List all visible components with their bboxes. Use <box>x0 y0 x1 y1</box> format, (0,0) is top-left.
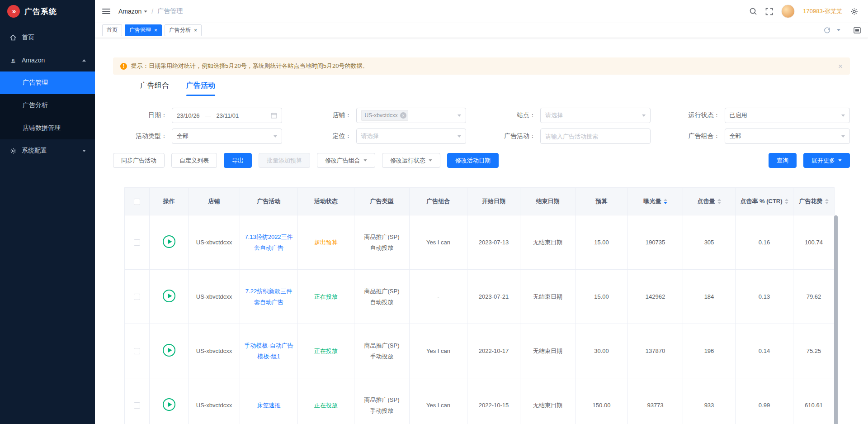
portfolio-select[interactable]: 全部 <box>725 129 850 144</box>
col-clicks[interactable]: 点击量 <box>683 188 736 215</box>
play-button-icon[interactable] <box>162 398 176 411</box>
sort-icon[interactable] <box>825 199 829 204</box>
chevron-down-icon[interactable] <box>837 29 840 31</box>
tag-tab-label: 广告分析 <box>169 26 191 34</box>
username[interactable]: 170983-张某某 <box>803 7 842 15</box>
campaign-link[interactable]: 7.22纺织新款三件套自动广告 <box>244 286 294 307</box>
breadcrumb: Amazon / 广告管理 <box>118 7 183 15</box>
site-select[interactable]: 请选择 <box>540 108 651 123</box>
custom-columns-button[interactable]: 自定义列表 <box>171 153 217 168</box>
export-button[interactable]: 导出 <box>224 153 252 168</box>
cell-end-date: 无结束日期 <box>533 239 562 246</box>
refresh-icon[interactable] <box>824 27 830 33</box>
sidebar-item-amazon[interactable]: a Amazon <box>0 49 95 71</box>
row-checkbox[interactable] <box>134 239 140 246</box>
svg-text:a: a <box>12 57 15 62</box>
status-badge: 正在投放 <box>314 402 338 409</box>
col-spend[interactable]: 广告花费 <box>793 188 835 215</box>
breadcrumb-root[interactable]: Amazon <box>118 8 147 15</box>
close-icon[interactable]: × <box>838 62 843 70</box>
app-title: 广告系统 <box>24 6 57 17</box>
sync-campaign-button[interactable]: 同步广告活动 <box>113 153 165 168</box>
sidebar-item-label: 系统配置 <box>22 147 47 155</box>
cell-portfolio: Yes I can <box>426 348 450 354</box>
tag-tabs-bar: 首页 广告管理 × 广告分析 × <box>95 23 868 38</box>
sort-icon[interactable] <box>785 199 788 204</box>
cell-spend: 100.74 <box>805 239 823 246</box>
page-content: ! 提示：日期采用绝对统计，例如选择5月20号，系统则统计各站点当地时间5月20… <box>95 38 868 424</box>
select-value: 已启用 <box>730 111 747 119</box>
chevron-down-icon <box>642 114 646 117</box>
row-checkbox[interactable] <box>134 402 140 409</box>
screen-frame-icon[interactable] <box>854 27 861 33</box>
select-placeholder: 请选择 <box>361 132 379 140</box>
scrollbar-thumb[interactable] <box>834 215 838 424</box>
tag-tab-ad-analysis[interactable]: 广告分析 × <box>165 24 202 36</box>
sidebar-item-label: 广告分析 <box>23 101 48 110</box>
cell-store: US-xbvctdcxx <box>196 293 232 300</box>
run-status-select[interactable]: 已启用 <box>725 108 850 123</box>
tag-close-icon[interactable]: × <box>400 112 406 119</box>
settings-gear-icon[interactable] <box>850 8 858 15</box>
fullscreen-icon[interactable] <box>765 8 773 15</box>
campaign-type-select[interactable]: 全部 <box>172 129 282 144</box>
play-button-icon[interactable] <box>162 289 176 303</box>
cell-ctr: 0.14 <box>759 348 770 354</box>
cell-impressions: 93773 <box>647 402 663 409</box>
modify-run-status-button[interactable]: 修改运行状态 <box>382 153 440 168</box>
tab-ad-portfolio[interactable]: 广告组合 <box>140 81 169 96</box>
sidebar-item-store-data[interactable]: 店铺数据管理 <box>0 117 95 139</box>
breadcrumb-separator: / <box>151 8 153 15</box>
field-label: 日期： <box>113 111 172 119</box>
sidebar-item-ad-analysis[interactable]: 广告分析 <box>0 94 95 117</box>
campaign-search-input[interactable] <box>545 133 646 140</box>
cell-start-date: 2023-07-13 <box>479 239 509 246</box>
sidebar-item-ad-management[interactable]: 广告管理 <box>0 71 95 94</box>
cell-ctr: 0.13 <box>759 293 770 300</box>
sidebar-item-system-config[interactable]: 系统配置 <box>0 139 95 162</box>
campaign-link[interactable]: 手动模板-自动广告模板-组1 <box>244 340 294 362</box>
modify-date-button[interactable]: 修改活动日期 <box>447 153 499 168</box>
campaign-link[interactable]: 床笠速推 <box>257 400 281 410</box>
cell-impressions: 190735 <box>646 239 665 246</box>
status-badge: 超出预算 <box>314 239 338 246</box>
cell-portfolio: Yes I can <box>426 239 450 246</box>
sidebar-item-home[interactable]: 首页 <box>0 26 95 49</box>
col-ctr[interactable]: 点击率 % (CTR) <box>736 188 793 215</box>
targeting-select[interactable]: 请选择 <box>356 129 467 144</box>
tag-tab-ad-management[interactable]: 广告管理 × <box>125 24 162 36</box>
cell-clicks: 305 <box>704 239 714 246</box>
play-button-icon[interactable] <box>162 235 176 248</box>
batch-budget-button[interactable]: 批量添加预算 <box>259 153 310 168</box>
cell-store: US-xbvctdcxx <box>196 348 232 354</box>
expand-more-button[interactable]: 展开更多 <box>803 153 850 168</box>
sidebar-item-label: 店铺数据管理 <box>23 124 61 132</box>
campaign-link[interactable]: 7.13轻纺2022三件套自动广告 <box>244 232 294 253</box>
app-logo-icon: » <box>7 5 20 18</box>
close-icon[interactable]: × <box>194 28 197 33</box>
table-row: US-xbvctdcxx 手动模板-自动广告模板-组1 正在投放 商品推广(SP… <box>125 324 835 378</box>
row-checkbox[interactable] <box>134 348 140 354</box>
tab-ad-campaign[interactable]: 广告活动 <box>186 81 215 96</box>
store-select[interactable]: US-xbvctdcxx × <box>356 108 467 123</box>
query-button[interactable]: 查询 <box>769 153 797 168</box>
cell-start-date: 2022-10-17 <box>479 348 509 354</box>
sort-icon[interactable] <box>717 199 721 204</box>
col-impressions[interactable]: 曝光量 <box>628 188 683 215</box>
sort-icon[interactable] <box>664 199 667 204</box>
row-checkbox[interactable] <box>134 294 140 300</box>
field-label: 运行状态： <box>666 111 725 119</box>
col-status: 活动状态 <box>298 188 354 215</box>
tag-tab-home[interactable]: 首页 <box>102 24 122 36</box>
search-icon[interactable] <box>749 7 757 15</box>
select-all-checkbox[interactable] <box>134 199 140 205</box>
sidebar-collapse-icon[interactable] <box>102 9 110 14</box>
vertical-scrollbar[interactable] <box>834 215 838 424</box>
amazon-icon: a <box>9 57 17 64</box>
date-range-picker[interactable]: 23/10/26 — 23/11/01 <box>172 108 282 123</box>
play-button-icon[interactable] <box>162 343 176 357</box>
modify-portfolio-button[interactable]: 修改广告组合 <box>317 153 375 168</box>
avatar[interactable] <box>781 5 795 18</box>
close-icon[interactable]: × <box>154 28 157 33</box>
cell-portfolio: Yes I can <box>426 402 450 409</box>
